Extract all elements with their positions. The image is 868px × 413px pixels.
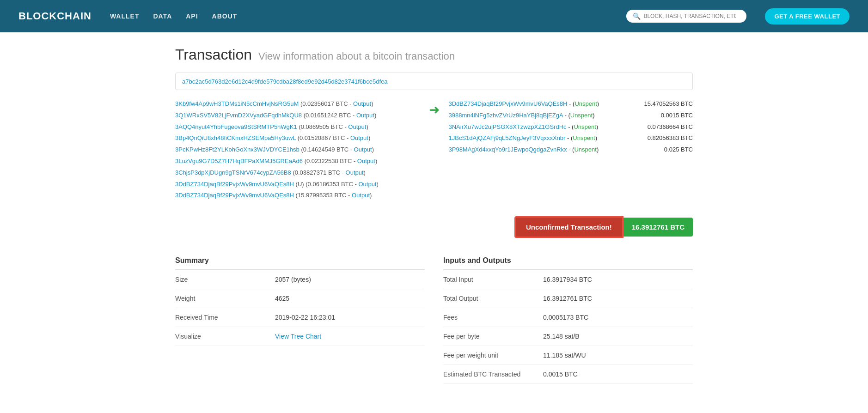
summary-received-label: Received Time: [175, 308, 275, 327]
inputs-outputs-title: Inputs and Outputs: [443, 252, 693, 270]
table-row: Fee per byte 25.148 sat/B: [443, 327, 693, 346]
summary-weight-value: 4625: [275, 289, 425, 308]
summary-title: Summary: [175, 252, 425, 270]
tx-status-row: Unconfirmed Transaction! 16.3912761 BTC: [175, 216, 693, 238]
input-address-7[interactable]: 3DdBZ734DjaqBf29PvjxWv9mvU6VaQEs8H: [175, 181, 294, 188]
get-wallet-button[interactable]: GET A FREE WALLET: [765, 8, 850, 24]
view-tree-chart-link[interactable]: View Tree Chart: [275, 333, 321, 340]
total-output-value: 16.3912761 BTC: [543, 289, 693, 308]
output-address-1[interactable]: 3988mn4iNFg5zhvZVrUz9HaYBj8qBjEZgA: [449, 112, 563, 119]
tx-io-section: 3Kb9fw4Ap9wH3TDMs1iN5cCmHvjNsRG5uM (0.02…: [175, 99, 693, 202]
main-content: Transaction View information about a bit…: [157, 32, 711, 398]
input-output-link-4[interactable]: Output: [354, 146, 372, 153]
input-line-5: 3LuzVgu9G7D5Z7H7HqBFPaXMMJ5GREaAd6 (0.02…: [175, 157, 420, 166]
tx-hash-box: a7bc2ac5d763d2e6d12c4d9fde579cdba28f8ed9…: [175, 73, 693, 90]
input-line-8: 3DdBZ734DjaqBf29PvjxWv9mvU6VaQEs8H (15.9…: [175, 191, 420, 200]
tx-arrow: ➜: [429, 99, 440, 117]
input-output-link-3[interactable]: Output: [350, 134, 368, 141]
input-address-6[interactable]: 3ChjsP3dpXjDUgn9gTSNrV674cypZA56B8: [175, 169, 291, 176]
unconfirmed-button[interactable]: Unconfirmed Transaction!: [514, 216, 623, 238]
nav-data[interactable]: DATA: [153, 12, 172, 20]
table-row: Fees 0.0005173 BTC: [443, 308, 693, 327]
input-line-1: 3Q1WRxSV5V82LjFvmD2XVyadGFqdhMkQU8 (0.01…: [175, 111, 420, 121]
output-line-1: 3988mn4iNFg5zhvZVrUz9HaYBj8qBjEZgA - (Un…: [449, 111, 693, 121]
estimated-btc-label: Estimated BTC Transacted: [443, 365, 543, 384]
input-line-2: 3AQQ4nyut4YhbFugeova9StSRMTP5hWgK1 (0.08…: [175, 122, 420, 132]
input-output-link-2[interactable]: Output: [348, 123, 366, 130]
input-address-1[interactable]: 3Q1WRxSV5V82LjFvmD2XVyadGFqdhMkQU8: [175, 112, 302, 119]
fees-label: Fees: [443, 308, 543, 327]
total-output-label: Total Output: [443, 289, 543, 308]
table-row: Total Input 16.3917934 BTC: [443, 270, 693, 289]
fee-per-weight-label: Fee per weight unit: [443, 346, 543, 365]
output-line-2: 3NAirXu7wJc2ujPSGX8XTzwzpXZ1GSrdHc - (Un…: [449, 122, 693, 132]
total-input-value: 16.3917934 BTC: [543, 270, 693, 289]
nav-wallet[interactable]: WALLET: [110, 12, 140, 20]
estimated-btc-value: 0.0015 BTC: [543, 365, 693, 384]
output-address-0[interactable]: 3DdBZ734DjaqBf29PvjxWv9mvU6VaQEs8H: [449, 100, 568, 107]
table-row: Visualize View Tree Chart: [175, 327, 425, 346]
fees-value: 0.0005173 BTC: [543, 308, 693, 327]
input-address-5[interactable]: 3LuzVgu9G7D5Z7H7HqBFPaXMMJ5GREaAd6: [175, 158, 303, 164]
input-output-link-5[interactable]: Output: [357, 158, 375, 164]
table-row: Estimated BTC Transacted 0.0015 BTC: [443, 365, 693, 384]
fee-per-weight-value: 11.185 sat/WU: [543, 346, 693, 365]
input-line-7: 3DdBZ734DjaqBf29PvjxWv9mvU6VaQEs8H (U) (…: [175, 180, 420, 189]
input-output-link-7[interactable]: Output: [358, 181, 376, 188]
input-output-link-0[interactable]: Output: [353, 100, 371, 107]
nav-api[interactable]: API: [186, 12, 198, 20]
table-row: Weight 4625: [175, 289, 425, 308]
input-output-link-1[interactable]: Output: [356, 112, 374, 119]
total-input-label: Total Input: [443, 270, 543, 289]
input-line-3: 3Bp4QnQiU8xh48fiCKmxHZSEMpa5Hy3uwL (0.01…: [175, 134, 420, 143]
search-icon: 🔍: [633, 12, 641, 20]
inputs-outputs-table: Inputs and Outputs Total Input 16.391793…: [443, 252, 693, 384]
table-row: Total Output 16.3912761 BTC: [443, 289, 693, 308]
output-line-3: 1JBcS1dAjQZAFj9qL5ZNgJeyF3VqxxxXnbr - (U…: [449, 134, 693, 143]
page-title: Transaction: [175, 46, 252, 63]
input-line-6: 3ChjsP3dpXjDUgn9gTSNrV674cypZA56B8 (0.03…: [175, 168, 420, 178]
input-line-4: 3PcKPwHz8Ft2YLKohGoXnx3WJVDYCE1hsb (0.14…: [175, 145, 420, 155]
summary-section: Summary Size 2057 (bytes) Weight 4625 Re…: [175, 252, 425, 346]
input-address-3[interactable]: 3Bp4QnQiU8xh48fiCKmxHZSEMpa5Hy3uwL: [175, 134, 296, 141]
fee-per-byte-label: Fee per byte: [443, 327, 543, 346]
output-address-2[interactable]: 3NAirXu7wJc2ujPSGX8XTzwzpXZ1GSrdHc: [449, 123, 567, 130]
table-row: Fee per weight unit 11.185 sat/WU: [443, 346, 693, 365]
page-subtitle: View information about a bitcoin transac…: [258, 50, 455, 62]
fee-per-byte-value: 25.148 sat/B: [543, 327, 693, 346]
output-line-0: 3DdBZ734DjaqBf29PvjxWv9mvU6VaQEs8H - (Un…: [449, 99, 693, 109]
summary-received-value: 2019-02-22 16:23:01: [275, 308, 425, 327]
inputs-outputs-section: Inputs and Outputs Total Input 16.391793…: [443, 252, 693, 384]
output-address-4[interactable]: 3P98MAgXd4xxqYo9r1JEwpoQgdgaZvnRkx: [449, 146, 567, 153]
search-input[interactable]: [643, 13, 736, 19]
summary-table: Summary Size 2057 (bytes) Weight 4625 Re…: [175, 252, 425, 346]
tx-outputs: 3DdBZ734DjaqBf29PvjxWv9mvU6VaQEs8H - (Un…: [449, 99, 693, 157]
tx-hash-link[interactable]: a7bc2ac5d763d2e6d12c4d9fde579cdba28f8ed9…: [182, 78, 388, 85]
summary-weight-label: Weight: [175, 289, 275, 308]
output-address-3[interactable]: 1JBcS1dAjQZAFj9qL5ZNgJeyF3VqxxxXnbr: [449, 134, 566, 141]
input-address-0[interactable]: 3Kb9fw4Ap9wH3TDMs1iN5cCmHvjNsRG5uM: [175, 100, 299, 107]
main-nav: WALLET DATA API ABOUT: [110, 12, 608, 20]
header: BLOCKCHAIN WALLET DATA API ABOUT 🔍 GET A…: [0, 0, 868, 32]
tables-row: Summary Size 2057 (bytes) Weight 4625 Re…: [175, 252, 693, 384]
total-btc-badge: 16.3912761 BTC: [623, 218, 693, 237]
input-address-2[interactable]: 3AQQ4nyut4YhbFugeova9StSRMTP5hWgK1: [175, 123, 297, 130]
summary-size-label: Size: [175, 270, 275, 289]
summary-visualize-value: View Tree Chart: [275, 327, 425, 346]
input-address-8[interactable]: 3DdBZ734DjaqBf29PvjxWv9mvU6VaQEs8H: [175, 192, 294, 199]
output-line-4: 3P98MAgXd4xxqYo9r1JEwpoQgdgaZvnRkx - (Un…: [449, 145, 693, 155]
tx-inputs: 3Kb9fw4Ap9wH3TDMs1iN5cCmHvjNsRG5uM (0.02…: [175, 99, 420, 202]
input-address-4[interactable]: 3PcKPwHz8Ft2YLKohGoXnx3WJVDYCE1hsb: [175, 146, 300, 153]
page-title-row: Transaction View information about a bit…: [175, 46, 693, 63]
input-line-0: 3Kb9fw4Ap9wH3TDMs1iN5cCmHvjNsRG5uM (0.02…: [175, 99, 420, 109]
table-row: Size 2057 (bytes): [175, 270, 425, 289]
logo: BLOCKCHAIN: [18, 10, 92, 22]
table-row: Received Time 2019-02-22 16:23:01: [175, 308, 425, 327]
summary-size-value: 2057 (bytes): [275, 270, 425, 289]
summary-visualize-label: Visualize: [175, 327, 275, 346]
input-output-link-8[interactable]: Output: [352, 192, 370, 199]
nav-about[interactable]: ABOUT: [212, 12, 238, 20]
input-output-link-6[interactable]: Output: [346, 169, 364, 176]
search-box: 🔍: [626, 10, 746, 23]
